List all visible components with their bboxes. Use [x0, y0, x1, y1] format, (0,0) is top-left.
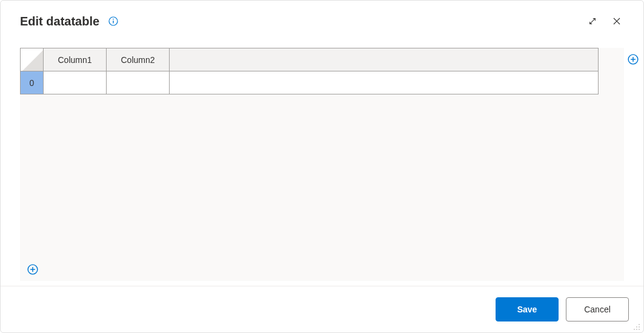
expand-icon[interactable]	[583, 12, 602, 31]
table-row: 0	[21, 71, 599, 94]
cancel-button[interactable]: Cancel	[566, 297, 629, 321]
column-header[interactable]: Column2	[107, 48, 170, 71]
svg-point-12	[639, 324, 640, 325]
svg-point-17	[634, 329, 635, 330]
select-all-corner[interactable]	[21, 48, 44, 71]
column-header[interactable]	[170, 48, 599, 71]
column-header[interactable]: Column1	[44, 48, 107, 71]
svg-point-14	[636, 326, 637, 328]
dialog-title: Edit datatable	[20, 15, 99, 28]
editor-area: Column1 Column2 0	[20, 48, 624, 281]
close-icon[interactable]	[607, 12, 626, 31]
cell[interactable]	[170, 71, 599, 94]
edit-datatable-dialog: Edit datatable	[0, 0, 644, 333]
svg-point-16	[636, 329, 637, 330]
cell[interactable]	[44, 71, 107, 94]
datatable-grid[interactable]: Column1 Column2 0	[20, 48, 599, 94]
row-index[interactable]: 0	[21, 71, 44, 94]
dialog-footer: Save Cancel	[1, 286, 643, 332]
svg-point-15	[639, 329, 640, 330]
svg-point-13	[639, 326, 640, 328]
add-column-button[interactable]	[628, 54, 639, 67]
save-button[interactable]: Save	[496, 297, 559, 321]
cell[interactable]	[107, 71, 170, 94]
add-row-button[interactable]	[27, 264, 38, 277]
resize-grip-icon[interactable]	[633, 322, 642, 331]
info-icon[interactable]	[108, 16, 119, 27]
svg-line-3	[590, 19, 596, 24]
dialog-header: Edit datatable	[1, 1, 643, 37]
svg-point-2	[113, 19, 114, 20]
grid-wrapper: Column1 Column2 0	[20, 48, 599, 281]
